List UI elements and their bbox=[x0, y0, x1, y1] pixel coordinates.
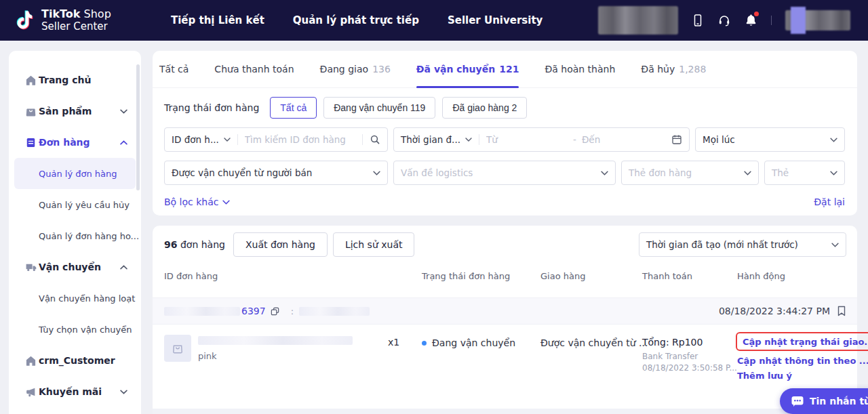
chevron-down-icon bbox=[830, 171, 837, 175]
dropdown-filters-row: Được vận chuyển từ người bán Vấn đề logi… bbox=[153, 152, 857, 185]
chevron-down-icon bbox=[224, 138, 231, 142]
order-row: pink x1 Đang vận chuyển Được vận chuyển … bbox=[153, 325, 857, 381]
sidebar-item-crm-customer[interactable]: crm_Customer bbox=[9, 345, 141, 376]
chevron-down-icon bbox=[373, 171, 380, 175]
order-id-separator: : bbox=[291, 306, 294, 316]
search-icon[interactable] bbox=[370, 134, 380, 145]
sidebar-item-manage-orders[interactable]: Quản lý đơn hàng bbox=[14, 158, 136, 189]
tab-count: 136 bbox=[372, 64, 391, 75]
orders-toolbar: 96 đơn hàng Xuất đơn hàng Lịch sử xuất T… bbox=[153, 226, 857, 257]
order-id-suffix: 6397 bbox=[241, 306, 266, 316]
order-created-time: 08/18/2022 3:44:27 PM bbox=[719, 306, 830, 316]
sidebar-item-orders[interactable]: Đơn hàng bbox=[9, 127, 141, 158]
order-count-number: 96 bbox=[164, 239, 177, 250]
logistics-issue-select[interactable]: Vấn đề logistics bbox=[393, 161, 616, 185]
tiktok-logo-icon bbox=[15, 9, 35, 32]
sidebar-item-products[interactable]: Sản phẩm bbox=[9, 96, 141, 127]
bookmark-icon[interactable] bbox=[837, 306, 846, 316]
sidebar-item-label: Vận chuyển bbox=[39, 262, 101, 272]
sidebar-item-shipping-options[interactable]: Tùy chọn vận chuyển bbox=[14, 314, 136, 345]
reset-filters-link[interactable]: Đặt lại bbox=[814, 196, 845, 207]
redacted-account-name[interactable] bbox=[785, 10, 850, 30]
chat-button-label: Tin nhắn từ ngư bbox=[810, 396, 868, 407]
sidebar-item-order-returns[interactable]: Quản lý đơn hàng ho... bbox=[14, 220, 136, 251]
order-status-cell: Đang vận chuyển bbox=[422, 335, 540, 348]
sidebar-item-label: Vận chuyển hàng loạt bbox=[39, 293, 135, 304]
more-filters-link[interactable]: Bộ lọc khác bbox=[164, 196, 230, 207]
tab-to-ship[interactable]: Đang giao136 bbox=[320, 51, 391, 88]
tab-count: 121 bbox=[499, 64, 519, 75]
sidebar-item-promotions[interactable]: Khuyến mãi bbox=[9, 376, 141, 407]
more-filters-label: Bộ lọc khác bbox=[164, 196, 218, 207]
date-to-input[interactable] bbox=[582, 134, 663, 145]
notifications-bell-icon[interactable] bbox=[745, 14, 757, 27]
status-pill-all[interactable]: Tất cả bbox=[270, 97, 317, 119]
nav-item-affiliate[interactable]: Tiếp thị Liên kết bbox=[171, 14, 264, 26]
sidebar-scrollbar[interactable] bbox=[136, 64, 140, 190]
status-pill-delivered[interactable]: Đã giao hàng 2 bbox=[442, 97, 527, 119]
time-preset-select[interactable]: Mọi lúc bbox=[695, 127, 845, 152]
time-type-select[interactable]: Thời gian đ... bbox=[401, 134, 460, 145]
nav-item-seller-university[interactable]: Seller University bbox=[448, 14, 542, 26]
export-orders-button[interactable]: Xuất đơn hàng bbox=[233, 232, 328, 257]
table-header-row: ID đơn hàng Trạng thái đơn hàng Giao hàn… bbox=[153, 261, 857, 291]
payment-time: 08/18/2022 3:50:58 P... bbox=[642, 363, 737, 373]
nav-item-live-management[interactable]: Quản lý phát trực tiếp bbox=[293, 14, 419, 26]
buyer-messages-button[interactable]: Tin nhắn từ ngư bbox=[780, 388, 868, 414]
order-status-tabs: Tất cả Chưa thanh toán Đang giao136 Đã v… bbox=[153, 51, 857, 88]
status-pill-in-transit[interactable]: Đang vận chuyển 119 bbox=[323, 97, 435, 119]
order-id-search-group: ID đơn h... bbox=[164, 127, 388, 152]
product-cell: pink bbox=[164, 335, 388, 362]
brand-logo[interactable]: TikTok Shop Seller Center bbox=[0, 8, 156, 33]
sidebar-item-label: Quản lý đơn hàng bbox=[39, 169, 117, 179]
tab-completed[interactable]: Đã hoàn thành bbox=[545, 51, 615, 88]
order-group-right: 08/18/2022 3:44:27 PM bbox=[719, 306, 846, 316]
redacted-shop-name bbox=[598, 6, 678, 35]
support-headset-icon[interactable] bbox=[717, 14, 731, 27]
sort-value: Thời gian đã tạo (mới nhất trước) bbox=[646, 239, 798, 250]
shipped-from-select[interactable]: Được vận chuyển từ người bán bbox=[164, 161, 388, 185]
tab-cancelled[interactable]: Đã hủy1,288 bbox=[641, 51, 706, 88]
product-bag-icon bbox=[25, 106, 37, 117]
search-type-select[interactable]: ID đơn h... bbox=[172, 134, 219, 145]
order-id-search-input[interactable] bbox=[245, 134, 355, 145]
tab-all[interactable]: Tất cả bbox=[159, 51, 189, 88]
logistics-placeholder: Vấn đề logistics bbox=[401, 167, 473, 178]
chevron-down-icon bbox=[465, 138, 472, 142]
update-shipping-status-link[interactable]: Cập nhật trạng thái giao... bbox=[743, 337, 868, 347]
update-tracking-info-link[interactable]: Cập nhật thông tin theo ... bbox=[737, 356, 868, 366]
orders-icon bbox=[25, 137, 37, 148]
sidebar-item-shipping[interactable]: Vận chuyển bbox=[9, 251, 141, 283]
sidebar-item-bulk-shipping[interactable]: Vận chuyển hàng loạt bbox=[14, 283, 136, 314]
tab-shipped[interactable]: Đã vận chuyển121 bbox=[416, 51, 519, 88]
order-count: 96 đơn hàng bbox=[164, 239, 225, 250]
brand-text: TikTok Shop Seller Center bbox=[41, 8, 111, 33]
next-order-strip bbox=[153, 409, 857, 414]
orders-card: 96 đơn hàng Xuất đơn hàng Lịch sử xuất T… bbox=[153, 226, 857, 414]
copy-icon[interactable] bbox=[270, 306, 280, 316]
add-note-link[interactable]: Thêm lưu ý bbox=[737, 371, 792, 381]
sidebar-item-home[interactable]: Trang chủ bbox=[9, 64, 141, 96]
mobile-app-icon[interactable] bbox=[692, 14, 704, 27]
calendar-icon[interactable] bbox=[671, 134, 682, 145]
tab-label: Tất cả bbox=[159, 64, 189, 75]
brand-seller-center: Seller Center bbox=[41, 21, 111, 33]
chevron-down-icon bbox=[830, 138, 837, 142]
tab-label: Đã hủy bbox=[641, 64, 675, 75]
col-header-order-id: ID đơn hàng bbox=[164, 271, 422, 281]
tab-unpaid[interactable]: Chưa thanh toán bbox=[214, 51, 294, 88]
payment-method: Bank Transfer bbox=[642, 352, 737, 361]
tag-select[interactable]: Thẻ bbox=[764, 161, 845, 185]
sort-order-select[interactable]: Thời gian đã tạo (mới nhất trước) bbox=[639, 232, 846, 257]
megaphone-icon bbox=[25, 386, 37, 398]
nav-right-tools bbox=[598, 6, 868, 35]
export-history-button[interactable]: Lịch sử xuất bbox=[333, 232, 415, 257]
sidebar-item-cancel-requests[interactable]: Quản lý yêu cầu hủy bbox=[14, 189, 136, 220]
order-tag-select[interactable]: Thẻ đơn hàng bbox=[621, 161, 759, 185]
order-status-text: Đang vận chuyển bbox=[432, 337, 515, 348]
filters-footer-row: Bộ lọc khác Đặt lại bbox=[153, 185, 857, 207]
shipped-from-value: Được vận chuyển từ người bán bbox=[172, 167, 312, 178]
divider bbox=[237, 134, 238, 145]
order-group-header: 6397 : 08/18/2022 3:44:27 PM bbox=[153, 297, 857, 325]
date-from-input[interactable] bbox=[486, 134, 568, 145]
